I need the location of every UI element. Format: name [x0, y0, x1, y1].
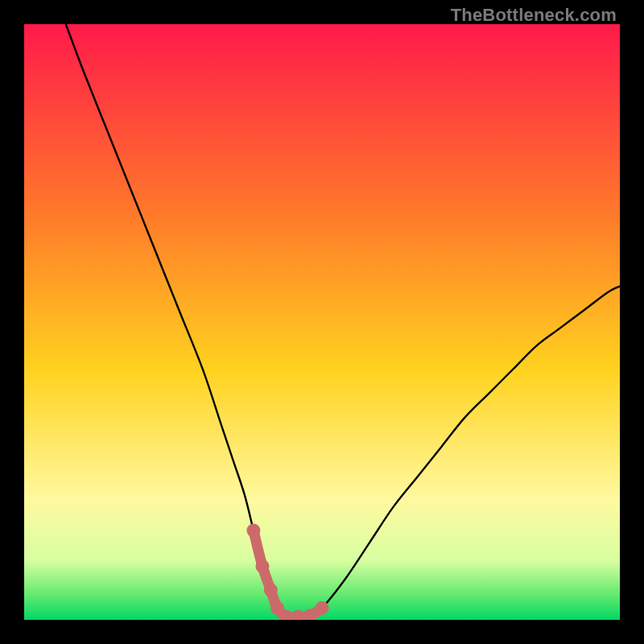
marker-dot — [256, 559, 270, 573]
gradient-background — [24, 24, 620, 620]
outer-frame: TheBottleneck.com — [0, 0, 644, 644]
plot-area — [24, 24, 620, 620]
watermark-text: TheBottleneck.com — [451, 5, 617, 26]
chart-svg — [24, 24, 620, 620]
marker-dot — [316, 601, 329, 615]
marker-dot — [264, 584, 278, 597]
marker-dot — [246, 524, 260, 538]
